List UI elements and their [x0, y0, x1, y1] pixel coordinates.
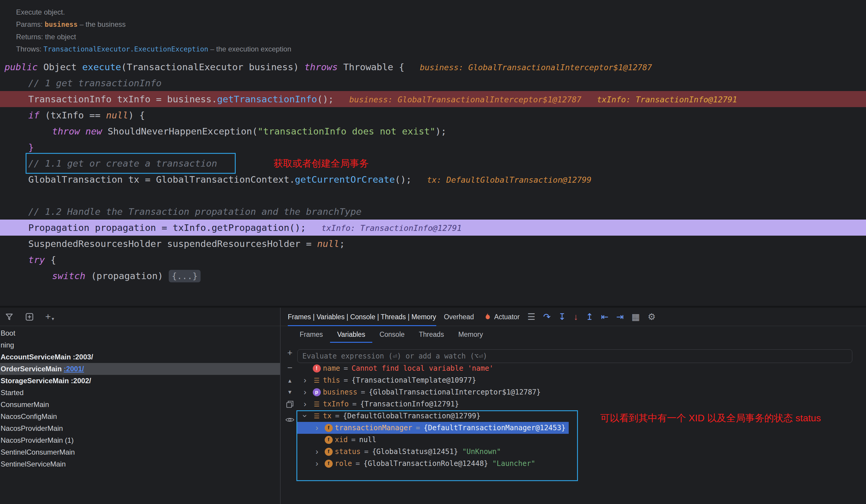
field-icon: f: [322, 448, 335, 456]
variable-icon: ☰: [310, 377, 323, 384]
move-down-icon[interactable]: ▼: [287, 389, 292, 395]
error-badge: !: [313, 365, 321, 372]
code-token: null: [317, 238, 340, 249]
run-to-cursor-icon[interactable]: ⇥: [616, 307, 624, 326]
variable-row-status[interactable]: ›fstatus={GlobalStatus@12451}"UnKnown": [297, 446, 569, 458]
menu-icon[interactable]: ☰: [528, 307, 535, 326]
variable-row-txInfo[interactable]: ›☰txInfo={TransactionInfo@12791}: [297, 398, 569, 410]
chevron-collapsed-icon[interactable]: ›: [300, 399, 310, 409]
filter-icon[interactable]: [5, 312, 14, 321]
tab-frames[interactable]: Frames: [292, 326, 330, 343]
service-item[interactable]: NacosConfigMain: [0, 411, 280, 423]
add-watch-icon[interactable]: +: [287, 348, 292, 358]
add-service-icon[interactable]: +▾: [45, 311, 53, 322]
service-item[interactable]: NacosProviderMain: [0, 423, 280, 434]
field-badge: f: [325, 460, 333, 468]
code-token: throws: [304, 61, 343, 72]
service-label: NacosProviderMain: [1, 424, 63, 432]
variable-row-tx[interactable]: ›☰tx={DefaultGlobalTransaction@12799}: [297, 410, 569, 422]
variable-name: role: [335, 459, 352, 468]
service-item[interactable]: AccountServiceMain :2003/: [0, 351, 280, 363]
code-token: {: [51, 254, 56, 265]
debugger-inline-hint: business: GlobalTransactionalInterceptor…: [349, 95, 581, 104]
step-into-icon[interactable]: ↧: [558, 307, 566, 326]
service-item[interactable]: StorageServiceMain :2002/: [0, 375, 280, 387]
step-out-icon[interactable]: ↥: [586, 307, 593, 326]
remove-watch-icon[interactable]: −: [287, 363, 292, 372]
variable-row-business[interactable]: ›pbusiness={GlobalTransactionalIntercept…: [297, 386, 569, 398]
chevron-expanded-icon[interactable]: ›: [300, 411, 310, 421]
step-over-icon[interactable]: ↷: [543, 307, 551, 326]
code-line: }: [0, 139, 866, 155]
service-label: OrderServiceMain: [1, 365, 64, 373]
variable-value: {TransactionInfo@12791}: [360, 400, 459, 408]
chevron-collapsed-icon[interactable]: ›: [312, 447, 322, 456]
code-token: (TransactionalExecutor business): [121, 61, 304, 72]
tab-console[interactable]: Console: [372, 326, 412, 343]
settings-icon[interactable]: ⚙: [647, 307, 656, 326]
service-item[interactable]: ning: [0, 339, 280, 351]
variable-row-transactionManager[interactable]: ›ftransactionManager={DefaultTransaction…: [297, 422, 569, 434]
debugger-panel: Frames | Variables | Console | Threads |…: [281, 307, 866, 504]
watches-toolbar: + − ▲ ▼: [283, 348, 297, 425]
annotation-note-create-transaction: 获取或者创建全局事务: [274, 157, 369, 170]
services-list: BootningAccountServiceMain :2003/OrderSe…: [0, 327, 280, 470]
variable-row-xid[interactable]: fxid=null: [297, 434, 569, 446]
code-token: ();: [317, 94, 334, 104]
variable-row-this[interactable]: ›☰this={TransactionalTemplate@10977}: [297, 374, 569, 386]
layout-grid-icon[interactable]: ▦: [632, 307, 640, 326]
service-item[interactable]: ConsumerMain: [0, 399, 280, 411]
force-step-into-icon[interactable]: ↓: [574, 307, 578, 326]
service-label: ConsumerMain: [1, 401, 49, 408]
variable-value: {DefaultTransactionManager@12453}: [424, 424, 566, 432]
chevron-collapsed-icon[interactable]: ›: [312, 423, 322, 433]
service-item[interactable]: SentinelServiceMain: [0, 458, 280, 470]
doc-exception-link[interactable]: TransactionalExecutor.ExecutionException: [43, 45, 208, 53]
service-port-link[interactable]: :2001/: [64, 365, 84, 373]
code-token: ;: [339, 238, 345, 249]
services-toolbar: +▾: [0, 307, 280, 326]
view-options-icon[interactable]: [25, 312, 34, 321]
code-token: getCurrentOrCreate: [295, 174, 395, 185]
code-line: try {: [0, 252, 866, 268]
tab-memory[interactable]: Memory: [451, 326, 490, 343]
tab-threads[interactable]: Threads: [412, 326, 451, 343]
service-item[interactable]: Boot: [0, 327, 280, 339]
service-label: SentinelServiceMain: [1, 460, 66, 468]
equals-sign: =: [349, 400, 360, 408]
code-token: }: [28, 142, 34, 153]
drop-frame-icon[interactable]: ⇤: [601, 307, 609, 326]
equals-sign: =: [357, 388, 369, 396]
variable-name: transactionManager: [335, 424, 412, 432]
debugger-inline-hint: txInfo: TransactionInfo@12791: [321, 223, 462, 233]
evaluate-expression-input[interactable]: Evaluate expression (⏎) or add a watch (…: [297, 349, 852, 363]
service-item[interactable]: Started: [0, 387, 280, 399]
variable-value: {GlobalStatus@12451}: [372, 447, 458, 456]
chevron-collapsed-icon[interactable]: ›: [312, 459, 322, 468]
variable-icon: ☰: [310, 412, 323, 420]
service-item[interactable]: OrderServiceMain :2001/: [0, 363, 280, 375]
service-item[interactable]: NacosProviderMain (1): [0, 434, 280, 446]
variable-row-role[interactable]: ›frole={GlobalTransactionRole@12448}"Lau…: [297, 458, 569, 470]
variable-name: this: [323, 376, 340, 384]
variable-value: Cannot find local variable 'name': [352, 364, 493, 372]
service-label: AccountServiceMain :2003/: [1, 353, 93, 361]
doc-line-params: Params: business – the business: [16, 18, 291, 31]
copy-icon[interactable]: [286, 401, 294, 410]
variable-icon: ☰: [310, 401, 323, 408]
variable-row-name[interactable]: !name=Cannot find local variable 'name': [297, 362, 569, 374]
tab-overhead[interactable]: Overhead: [444, 307, 474, 326]
chevron-collapsed-icon[interactable]: ›: [300, 388, 310, 397]
variable-bars-glyph: ☰: [314, 401, 320, 408]
tab-actuator[interactable]: Actuator: [484, 307, 520, 326]
service-item[interactable]: SentinelConsumerMain: [0, 446, 280, 458]
chevron-collapsed-icon[interactable]: ›: [300, 376, 310, 385]
tab-debugger-combined[interactable]: Frames | Variables | Console | Threads |…: [288, 307, 436, 326]
show-watches-icon[interactable]: [285, 415, 294, 425]
tab-variables[interactable]: Variables: [330, 326, 372, 343]
service-label: Started: [1, 389, 23, 396]
code-token: "transactionInfo does not exist": [258, 126, 435, 136]
move-up-icon[interactable]: ▲: [287, 378, 292, 384]
folded-code-chip[interactable]: {...}: [169, 270, 201, 282]
code-line: // 1 get transactionInfo: [0, 75, 866, 91]
